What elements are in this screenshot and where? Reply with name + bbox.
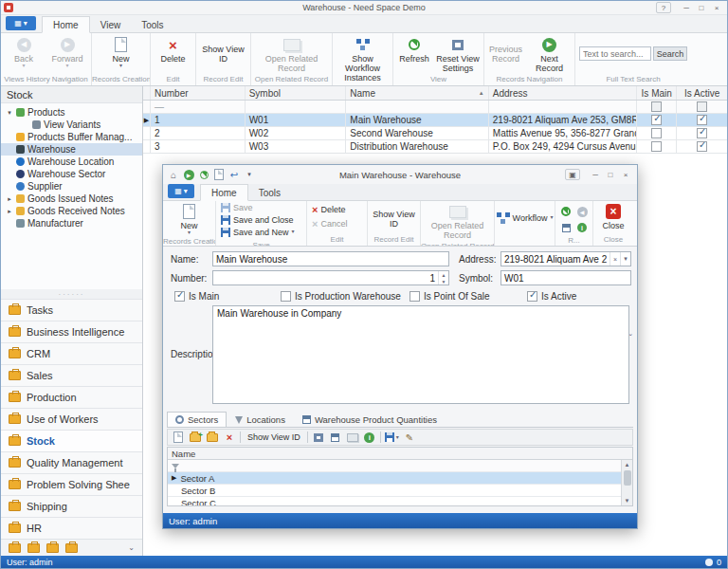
scrollbar-thumb[interactable] xyxy=(624,470,631,486)
application-menu-button[interactable]: ▦▾ xyxy=(6,16,36,30)
sidebar-item-quality-management[interactable]: Quality Management xyxy=(1,451,142,473)
refresh-button[interactable]: Refresh xyxy=(395,35,433,64)
cancel-button[interactable]: ×Cancel xyxy=(312,219,347,229)
sidebar-item-crm[interactable]: CRM xyxy=(1,342,142,364)
is-main-checkbox[interactable] xyxy=(651,141,662,152)
forward-button[interactable]: ▶ Forward ▾ xyxy=(46,35,89,68)
add-record-button[interactable]: + xyxy=(189,431,202,444)
sidebar-item-tasks[interactable]: Tasks xyxy=(1,299,142,321)
filter-cell-is-main[interactable] xyxy=(637,101,677,113)
nav-mini-briefcase-icon[interactable] xyxy=(27,543,40,553)
maximize-icon[interactable]: □ xyxy=(603,169,618,180)
column-header-symbol[interactable]: Symbol xyxy=(246,86,347,100)
filter-cell-number[interactable]: — xyxy=(151,101,246,113)
name-input[interactable] xyxy=(213,252,448,266)
tree-item-warehouse[interactable]: Warehouse xyxy=(1,143,142,156)
cell-name[interactable]: Distribution Warehouse xyxy=(346,140,489,153)
refresh-icon[interactable] xyxy=(197,168,210,181)
column-header-number[interactable]: Number xyxy=(151,86,246,100)
scroll-up-icon[interactable]: ▲ xyxy=(622,460,632,469)
dialog-tab-tools[interactable]: Tools xyxy=(248,185,291,200)
cell-is-active[interactable] xyxy=(677,140,727,153)
tab-locations[interactable]: Locations xyxy=(227,412,294,427)
edit-button[interactable]: ✎ xyxy=(403,431,416,444)
tree-item-goods-issued-notes[interactable]: ▸ Goods Issued Notes xyxy=(1,193,142,205)
export-icon[interactable] xyxy=(212,168,226,181)
next-record-button[interactable]: ▶ Next Record xyxy=(526,35,573,73)
sidebar-item-business-intelligence[interactable]: Business Intelligence xyxy=(1,321,142,342)
reset-view-settings-button[interactable]: Reset View Settings xyxy=(434,35,482,73)
sector-row-3[interactable]: Sector C xyxy=(168,497,632,506)
minimize-icon[interactable]: ─ xyxy=(588,169,603,180)
delete-button[interactable]: ×Delete xyxy=(312,205,347,215)
export-button[interactable] xyxy=(329,431,342,444)
grid-row-2[interactable]: 2 W02 Second Warehouse Mattis Avenue 95,… xyxy=(143,127,727,140)
cell-address[interactable]: Mattis Avenue 95, 356-8277 Grand Rapids xyxy=(489,127,637,139)
spin-down-icon[interactable]: ▼ xyxy=(439,278,448,284)
nav-mini-briefcase-icon[interactable] xyxy=(9,543,21,553)
new-button[interactable]: New ▾ xyxy=(102,35,140,68)
cell-name[interactable]: Main Warehouse xyxy=(346,114,489,126)
tab-tools[interactable]: Tools xyxy=(131,17,173,32)
sidebar-item-shipping[interactable]: Shipping xyxy=(1,495,142,517)
cell-is-main[interactable] xyxy=(637,140,677,153)
open-in-window-button[interactable] xyxy=(346,431,359,444)
notification-icon[interactable] xyxy=(705,559,713,566)
is-point-of-sale-checkbox[interactable] xyxy=(410,291,420,302)
grid-view-button[interactable] xyxy=(312,431,325,444)
address-input[interactable] xyxy=(501,252,610,266)
grid-row-1[interactable]: ▶ 1 W01 Main Warehouse 219-8021 Aliquam … xyxy=(143,114,727,127)
is-production-warehouse-checkbox[interactable] xyxy=(281,291,291,302)
export-icon[interactable] xyxy=(559,221,573,234)
cell-number[interactable]: 1 xyxy=(151,114,246,126)
expand-arrow-icon[interactable]: ▸ xyxy=(6,195,13,203)
show-view-id-button[interactable]: Show View ID xyxy=(199,35,248,64)
cell-is-main[interactable] xyxy=(637,127,677,139)
cell-number[interactable]: 3 xyxy=(151,140,246,153)
new-record-button[interactable] xyxy=(172,431,185,444)
close-button[interactable]: × Close xyxy=(595,202,631,230)
close-icon[interactable]: × xyxy=(618,169,633,180)
refresh-icon[interactable] xyxy=(559,205,573,218)
cell-is-active[interactable] xyxy=(677,127,727,139)
undo-icon[interactable]: ↩ xyxy=(228,168,241,181)
show-view-id-button[interactable]: Show View ID xyxy=(371,202,418,229)
home-icon[interactable]: ⌂ xyxy=(167,168,180,181)
delete-button[interactable]: × Delete xyxy=(154,35,193,64)
cell-address[interactable]: P.O. Box 249, 4294 Cursus Avenue 235, DK… xyxy=(489,140,637,153)
workflow-button[interactable]: Workflow ▾ xyxy=(497,202,554,233)
show-workflow-instances-button[interactable]: Show Workflow Instances xyxy=(335,35,391,83)
column-header-is-main[interactable]: Is Main xyxy=(637,86,677,100)
grid-row-3[interactable]: 3 W03 Distribution Warehouse P.O. Box 24… xyxy=(143,140,727,154)
sidebar-item-hr[interactable]: HR xyxy=(1,517,142,539)
minimize-icon[interactable]: ─ xyxy=(679,2,694,13)
save-view-button[interactable]: ▾ xyxy=(385,431,399,444)
open-related-record-button[interactable]: Open Related Record xyxy=(428,202,487,240)
spin-up-icon[interactable]: ▲ xyxy=(439,271,448,278)
tab-home[interactable]: Home xyxy=(42,16,90,33)
nav-mini-briefcase-icon[interactable] xyxy=(65,543,78,553)
info-icon[interactable]: i xyxy=(575,221,589,234)
cell-symbol[interactable]: W03 xyxy=(246,140,347,153)
chevron-down-icon[interactable]: ⌄ xyxy=(128,543,135,552)
cell-is-active[interactable] xyxy=(677,114,727,126)
link-record-button[interactable] xyxy=(206,431,219,444)
is-main-checkbox[interactable] xyxy=(174,291,185,302)
is-main-checkbox-item[interactable]: Is Main xyxy=(174,291,281,302)
column-header-address[interactable]: Address xyxy=(489,86,637,100)
nav-mini-briefcase-icon[interactable] xyxy=(46,543,59,553)
dialog-tab-home[interactable]: Home xyxy=(200,184,248,201)
filter-checkbox[interactable] xyxy=(697,101,707,112)
is-active-checkbox-item[interactable]: Is Active xyxy=(527,291,576,302)
vertical-scrollbar[interactable]: ▲ ▼ xyxy=(621,460,632,505)
chevron-down-icon[interactable]: ▾ xyxy=(620,252,630,266)
sidebar-item-sales[interactable]: Sales xyxy=(1,364,142,386)
sidebar-item-problem-solving-sheets[interactable]: Problem Solving Shee xyxy=(1,473,142,495)
cell-symbol[interactable]: W02 xyxy=(246,127,347,139)
sidebar-item-stock[interactable]: Stock xyxy=(1,430,142,451)
tab-warehouse-product-quantities[interactable]: Warehouse Product Quantities xyxy=(294,412,446,427)
is-point-of-sale-checkbox-item[interactable]: Is Point Of Sale xyxy=(410,291,527,302)
help-icon[interactable]: ? xyxy=(656,2,671,13)
save-and-new-button[interactable]: Save and New▾ xyxy=(221,227,295,237)
number-input[interactable] xyxy=(213,271,438,284)
